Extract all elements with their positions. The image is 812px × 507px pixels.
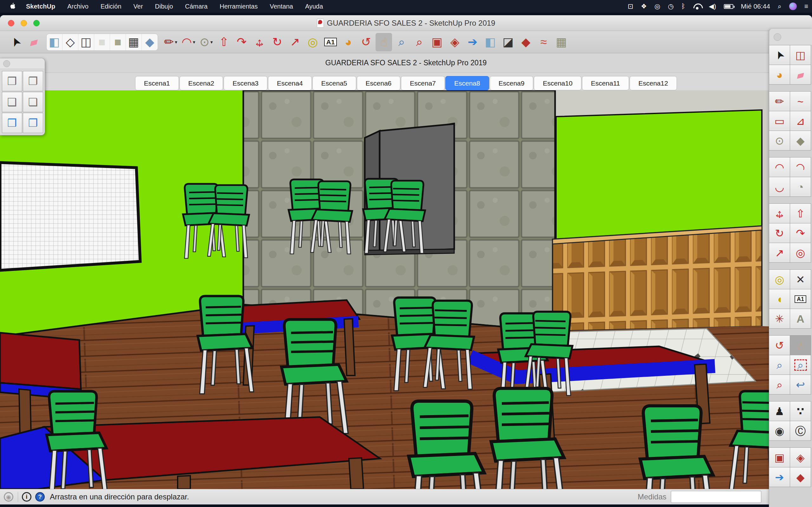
menu-item-ayuda[interactable]: Ayuda [299, 3, 329, 10]
previous-view-tool[interactable]: ↩ [790, 375, 811, 395]
sandbox-tool[interactable]: ▦ [553, 33, 570, 51]
line-tool[interactable]: ✏▾ [162, 33, 179, 51]
circle-tool[interactable]: ⊙▾ [198, 33, 214, 51]
apple-menu-icon[interactable] [9, 3, 15, 10]
look-around-tool[interactable]: ◉ [769, 421, 790, 441]
rotate-tool[interactable]: ↻ [269, 33, 286, 51]
style-monochrome[interactable]: ◆ [142, 34, 158, 50]
select-tool[interactable]: ➤ [769, 45, 790, 65]
pie-tool[interactable]: ◔ [790, 177, 811, 197]
style-textured[interactable]: ▦ [126, 34, 142, 50]
import-skp-tool[interactable]: ▣ [769, 447, 790, 467]
style-shaded-tan[interactable]: ■ [110, 34, 126, 50]
orbit-tool[interactable]: ↺ [358, 33, 374, 51]
style-wireframe[interactable]: ◇ [62, 34, 78, 50]
trim-tool[interactable]: ❒ [2, 113, 22, 133]
offset-tool[interactable]: ◎ [790, 243, 811, 263]
import-model-tool[interactable]: ▣ [429, 33, 445, 51]
geolocation-icon[interactable]: ◉ [4, 492, 13, 502]
arc-tool[interactable]: ◠ [769, 157, 790, 177]
split-tool[interactable]: ❐ [23, 113, 43, 133]
menu-item-edición[interactable]: Edición [95, 3, 128, 10]
measurements-input[interactable] [671, 491, 761, 503]
scene-tab-escena11[interactable]: Escena11 [582, 76, 629, 90]
spotlight-icon[interactable]: ⌕ [774, 3, 785, 10]
select-tool[interactable]: ➤ [8, 33, 24, 51]
zoom-tool[interactable]: ⌕ [393, 33, 410, 51]
three-point-arc-tool[interactable]: ◡ [769, 177, 790, 197]
credits-icon[interactable]: i [22, 492, 32, 502]
menu-item-herramientas[interactable]: Herramientas [213, 3, 264, 10]
pushpull-tool[interactable]: ⇧ [216, 33, 232, 51]
spiral-app-icon[interactable]: ◎ [651, 3, 664, 10]
move-tool[interactable]: ↔↕ [769, 204, 790, 223]
protractor-tool[interactable]: ◖ [769, 289, 790, 309]
eraser-tool[interactable]: ▰ [26, 33, 42, 51]
menu-item-archivo[interactable]: Archivo [61, 3, 95, 10]
wifi-icon[interactable] [689, 3, 705, 9]
rotated-rectangle-tool[interactable]: ⊿ [790, 111, 811, 131]
dimension-tool[interactable]: ✕ [790, 269, 811, 289]
display-icon[interactable]: ⊡ [624, 3, 637, 10]
paint-bucket-tool[interactable]: ◕ [769, 65, 790, 84]
battery-icon[interactable] [720, 4, 737, 9]
orbit-tool[interactable]: ↺ [769, 335, 790, 355]
rotate-tool[interactable]: ↻ [769, 223, 790, 243]
walk-tool[interactable]: ∵ [790, 401, 811, 421]
scale-tool[interactable]: ↗ [769, 243, 790, 263]
axes-tool[interactable]: ✳ [769, 308, 790, 329]
xray-cube-tool[interactable]: ◧ [482, 33, 499, 51]
zoom-extents-tool[interactable]: ⌕ [769, 375, 790, 395]
line-tool-dropdown[interactable]: ▾ [175, 39, 177, 45]
menu-item-ventana[interactable]: Ventana [264, 3, 299, 10]
pan-tool[interactable]: ☝ [375, 33, 392, 51]
menu-app-name[interactable]: SketchUp [20, 3, 61, 10]
move-tool[interactable]: ↔↕ [251, 33, 268, 51]
zoom-window-tool[interactable]: ⌕ [790, 355, 811, 375]
pan-tool[interactable]: ☝ [790, 335, 811, 355]
scene-tab-escena8[interactable]: Escena8 [445, 76, 489, 90]
polygon-tool[interactable]: ◆ [790, 130, 811, 151]
style-xray[interactable]: ◧ [47, 34, 62, 50]
ruby-gear-tool[interactable]: ◆ [518, 33, 534, 51]
intersect-tool[interactable]: ❐ [23, 71, 43, 91]
menu-clock[interactable]: Mié 06:44 [737, 3, 774, 10]
scene-tab-escena6[interactable]: Escena6 [357, 76, 401, 90]
section-compass-tool[interactable]: Ⓒ [790, 421, 811, 441]
bluetooth-icon[interactable]: ᛒ [677, 3, 689, 10]
style-shaded[interactable]: ■ [94, 34, 110, 50]
scene-tab-escena10[interactable]: Escena10 [534, 76, 581, 90]
texture-tool[interactable]: ≈ [536, 33, 552, 51]
time-machine-icon[interactable]: ◷ [664, 3, 677, 10]
palette-close-button[interactable] [3, 60, 10, 67]
3d-text-tool[interactable]: A [790, 308, 811, 329]
scene-tab-escena2[interactable]: Escena2 [180, 76, 223, 90]
scene-tab-escena7[interactable]: Escena7 [401, 76, 445, 90]
followme-tool[interactable]: ↷ [234, 33, 250, 51]
zoom-tool[interactable]: ⌕ [769, 355, 790, 375]
shadow-cube-tool[interactable]: ◪ [500, 33, 516, 51]
layout-export-tool[interactable]: ➔ [464, 33, 481, 51]
union-tool[interactable]: ❑ [2, 92, 22, 112]
eraser-tool[interactable]: ▰ [790, 65, 811, 84]
scale-tool[interactable]: ↗ [287, 33, 303, 51]
paint-bucket-tool[interactable]: ◕ [340, 33, 357, 51]
two-point-arc-tool[interactable]: ◠ [790, 157, 811, 177]
menu-list-icon[interactable]: ≡ [801, 3, 812, 10]
scene-tab-escena4[interactable]: Escena4 [268, 76, 312, 90]
menu-item-ver[interactable]: Ver [128, 3, 149, 10]
3d-viewport[interactable] [0, 90, 812, 489]
text-tool[interactable]: A1 [790, 289, 811, 309]
circle-tool[interactable]: ⊙ [769, 130, 790, 151]
menu-item-cámara[interactable]: Cámara [179, 3, 213, 10]
scene-tab-escena3[interactable]: Escena3 [223, 76, 267, 90]
scene-tab-escena1[interactable]: Escena1 [135, 76, 179, 90]
ruby-gear-tool[interactable]: ◆ [790, 467, 811, 487]
followme-tool[interactable]: ↷ [790, 223, 811, 243]
menu-item-dibujo[interactable]: Dibujo [149, 3, 179, 10]
dropbox-icon[interactable]: ❖ [637, 3, 651, 10]
pushpull-tool[interactable]: ⇧ [790, 204, 811, 223]
position-camera-tool[interactable]: ♟ [769, 401, 790, 421]
zoom-extents-tool[interactable]: ⌕ [411, 33, 427, 51]
text-tool[interactable]: A1 [322, 33, 339, 51]
